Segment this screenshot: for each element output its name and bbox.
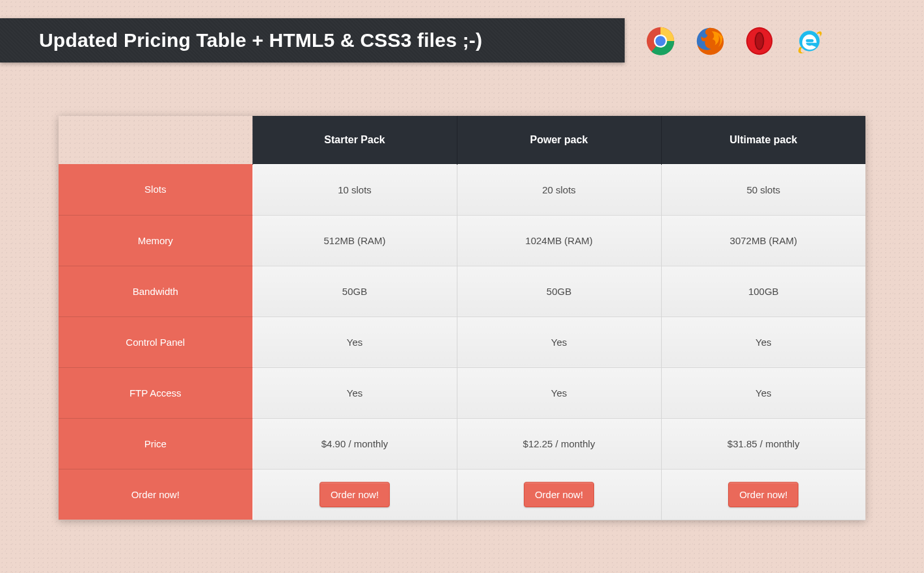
row-label-bandwidth: Bandwidth [59,266,252,316]
chrome-icon [645,26,675,59]
opera-icon [744,26,774,59]
cell-value: Yes [457,316,661,367]
cell-value: 100GB [661,266,865,316]
cell-value: Yes [457,367,661,418]
page-title: Updated Pricing Table + HTML5 & CSS3 fil… [39,29,482,51]
browser-icons [645,26,824,59]
row-label-slots: Slots [59,164,252,215]
row-label-control-panel: Control Panel [59,316,252,367]
cell-value: 1024MB (RAM) [457,215,661,266]
cell-order: Order now! [661,469,865,520]
cell-order: Order now! [252,469,457,520]
cell-value: 50 slots [661,164,865,215]
order-button-starter[interactable]: Order now! [319,482,390,507]
order-button-power[interactable]: Order now! [524,482,594,507]
table-row: Memory 512MB (RAM) 1024MB (RAM) 3072MB (… [59,215,865,266]
plan-header-row: Starter Pack Power pack Ultimate pack [59,116,865,164]
table-row: Bandwidth 50GB 50GB 100GB [59,266,865,316]
cell-order: Order now! [457,469,661,520]
cell-value: $12.25 / monthly [457,418,661,469]
table-row-order: Order now! Order now! Order now! Order n… [59,469,865,520]
table-row: Slots 10 slots 20 slots 50 slots [59,164,865,215]
order-button-ultimate[interactable]: Order now! [728,482,798,507]
plan-header-power: Power pack [457,116,661,164]
plan-header-starter: Starter Pack [252,116,457,164]
cell-value: 3072MB (RAM) [661,215,865,266]
cell-value: Yes [252,367,457,418]
cell-value: 10 slots [252,164,457,215]
row-label-order: Order now! [59,469,252,520]
table-row: FTP Access Yes Yes Yes [59,367,865,418]
row-label-price: Price [59,418,252,469]
cell-value: Yes [661,367,865,418]
cell-value: Yes [661,316,865,367]
pricing-table: Starter Pack Power pack Ultimate pack Sl… [59,116,865,520]
cell-value: 50GB [252,266,457,316]
ie-icon [794,26,824,59]
svg-point-7 [755,33,763,49]
cell-value: 50GB [457,266,661,316]
cell-value: $31.85 / monthly [661,418,865,469]
corner-spacer [59,116,252,164]
svg-point-2 [655,36,666,46]
table-row: Control Panel Yes Yes Yes [59,316,865,367]
firefox-icon [695,26,725,59]
cell-value: Yes [252,316,457,367]
plan-header-ultimate: Ultimate pack [661,116,865,164]
cell-value: 512MB (RAM) [252,215,457,266]
row-label-ftp-access: FTP Access [59,367,252,418]
svg-rect-9 [806,39,813,42]
title-bar: Updated Pricing Table + HTML5 & CSS3 fil… [0,18,625,63]
table-row: Price $4.90 / monthly $12.25 / monthly $… [59,418,865,469]
row-label-memory: Memory [59,215,252,266]
cell-value: $4.90 / monthly [252,418,457,469]
cell-value: 20 slots [457,164,661,215]
